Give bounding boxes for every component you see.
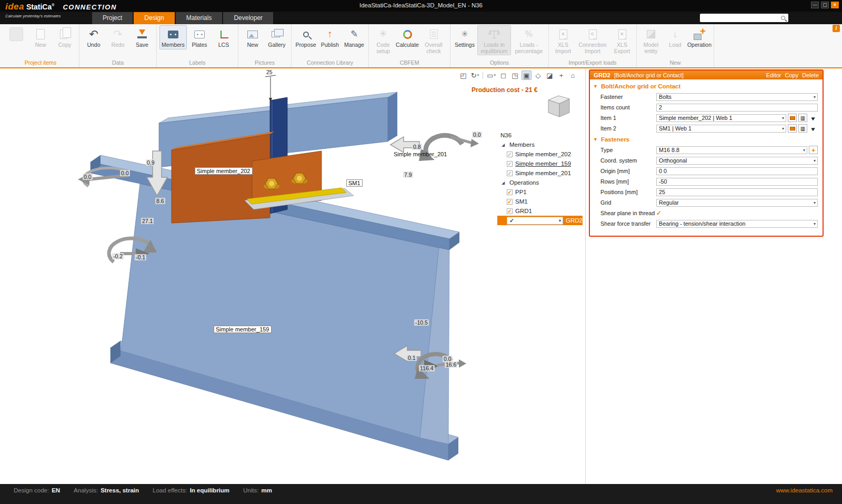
model-entity-button[interactable]: Model entity bbox=[639, 25, 663, 55]
copy-project-item-button[interactable]: Copy bbox=[53, 25, 76, 49]
item2-select[interactable]: SM1 | Web 1 bbox=[656, 125, 786, 133]
new-picture-button[interactable]: New bbox=[241, 25, 264, 49]
member-checkbox[interactable]: ✓ bbox=[507, 170, 513, 176]
shear-force-select[interactable]: Bearing - tension/shear interaction bbox=[656, 220, 818, 228]
lcs-labels-button[interactable]: LCS bbox=[212, 25, 235, 49]
minimize-button[interactable]: — bbox=[811, 2, 819, 8]
tree-item-member-202[interactable]: Simple member_202 bbox=[515, 151, 571, 157]
calculate-button[interactable]: Calculate bbox=[396, 25, 419, 49]
section-bolt-anchor[interactable]: ▼Bolt/Anchor grid or Contact bbox=[590, 80, 820, 92]
view-front-icon[interactable]: ◻ bbox=[498, 70, 508, 80]
add-bolt-assembly-button[interactable]: + bbox=[809, 146, 818, 154]
part-picker-button[interactable]: ▥ bbox=[798, 114, 807, 122]
new-project-item-button[interactable]: New bbox=[29, 25, 52, 49]
collapse-icon[interactable]: ◢ bbox=[502, 143, 507, 147]
viewport-3d[interactable]: ◰ ↻▾ ▭▾ ◻ ◳ ▣ ◇ ◪ + ⌂ Production cost - … bbox=[0, 68, 586, 484]
settings-button[interactable]: ✳Settings bbox=[453, 25, 476, 49]
plate-picker-button[interactable] bbox=[788, 124, 797, 133]
tab-developer[interactable]: Developer bbox=[223, 12, 273, 24]
operation-checkbox[interactable]: ✓ bbox=[507, 199, 513, 205]
code-setup-button[interactable]: ✳Code setup bbox=[372, 25, 395, 55]
view-solid-icon[interactable]: ▣ bbox=[522, 70, 532, 80]
xls-export-button[interactable]: X→XLS Export bbox=[610, 25, 634, 55]
close-button[interactable]: × bbox=[831, 2, 839, 8]
publish-button[interactable]: ↑Publish bbox=[318, 25, 342, 49]
item1-select[interactable]: Simple member_202 | Web 1 bbox=[656, 114, 786, 122]
info-button[interactable]: i bbox=[833, 25, 840, 32]
section-fasteners[interactable]: ▼Fasteners bbox=[590, 134, 820, 145]
tree-item-pp1[interactable]: PP1 bbox=[515, 189, 527, 195]
scene-pick-cursor-icon[interactable]: ► bbox=[807, 112, 819, 124]
scene-pick-cursor-icon[interactable]: ► bbox=[807, 123, 819, 134]
view-corner-icon[interactable]: ◳ bbox=[510, 70, 520, 80]
positions-input[interactable]: 25 bbox=[656, 188, 818, 196]
tree-item-grd2[interactable]: GRD2 bbox=[566, 217, 583, 224]
tab-materials[interactable]: Materials bbox=[176, 12, 223, 24]
tree-item-grd1[interactable]: GRD1 bbox=[515, 208, 532, 214]
search-input[interactable] bbox=[700, 15, 781, 21]
xls-export-icon: X→ bbox=[615, 27, 629, 41]
home-view-icon[interactable]: ⌂ bbox=[568, 70, 578, 80]
connection-import-button[interactable]: C←Connection Import bbox=[576, 25, 609, 55]
project-item-button[interactable] bbox=[5, 25, 28, 42]
delete-operation-button[interactable]: Delete bbox=[802, 72, 819, 78]
part-picker-button[interactable]: ▥ bbox=[798, 124, 807, 133]
view-cube[interactable] bbox=[542, 92, 575, 121]
plates-labels-button[interactable]: Plates bbox=[188, 25, 211, 49]
items-count-input[interactable]: 2 bbox=[656, 104, 818, 112]
member-checkbox[interactable]: ✓ bbox=[507, 161, 513, 167]
tree-group-operations[interactable]: Operations bbox=[509, 179, 539, 186]
coord-system-select[interactable]: Orthogonal bbox=[656, 157, 818, 165]
rotate-view-icon[interactable]: ↻▾ bbox=[470, 70, 480, 80]
search-box[interactable] bbox=[700, 14, 788, 22]
member-label-sm1[interactable]: SM1 bbox=[346, 179, 363, 187]
rect-select-icon[interactable]: ▭▾ bbox=[486, 70, 497, 80]
save-button[interactable]: Save bbox=[131, 25, 154, 49]
overall-check-button[interactable]: Overall check bbox=[420, 25, 447, 55]
operation-checkbox[interactable]: ✓ bbox=[507, 208, 513, 214]
loads-in-equilibrium-button[interactable]: Loads in equilibrium bbox=[477, 25, 511, 55]
new-operation-button[interactable]: Operation bbox=[688, 25, 711, 49]
copy-operation-button[interactable]: Copy bbox=[785, 72, 799, 78]
propose-button[interactable]: Propose bbox=[294, 25, 317, 49]
tree-root-n36[interactable]: N36 bbox=[500, 132, 512, 138]
manage-button[interactable]: ✎Manage bbox=[343, 25, 366, 49]
tree-item-member-159[interactable]: Simple member_159 bbox=[515, 160, 571, 167]
axes-icon[interactable]: + bbox=[556, 70, 566, 80]
zoom-fit-icon[interactable]: ◰ bbox=[458, 70, 468, 80]
member-label-202[interactable]: Simple member_202 bbox=[195, 167, 253, 175]
viewport-toolbar: ◰ ↻▾ ▭▾ ◻ ◳ ▣ ◇ ◪ + ⌂ bbox=[458, 70, 578, 80]
members-labels-button[interactable]: Members bbox=[159, 25, 187, 49]
maximize-button[interactable]: ▢ bbox=[821, 2, 829, 8]
grid-select[interactable]: Regular bbox=[656, 199, 818, 207]
rows-input[interactable]: -50 bbox=[656, 178, 818, 186]
group-name-data: Data bbox=[82, 59, 154, 67]
operation-checkbox[interactable]: ✓ bbox=[507, 217, 563, 225]
operation-checkbox[interactable]: ✓ bbox=[507, 189, 513, 195]
website-link[interactable]: www.ideastatica.com bbox=[776, 487, 833, 493]
member-checkbox[interactable]: ✓ bbox=[507, 152, 513, 157]
editor-button[interactable]: Editor bbox=[766, 72, 781, 78]
collapse-icon[interactable]: ◢ bbox=[502, 180, 507, 185]
row-shear-force: Shear force transfer Bearing - tension/s… bbox=[590, 218, 820, 229]
loads-percentage-button[interactable]: %Loads - percentage bbox=[512, 25, 546, 55]
gallery-button[interactable]: Gallery bbox=[265, 25, 288, 49]
tree-item-sm1[interactable]: SM1 bbox=[515, 198, 528, 205]
group-options: ✳Settings Loads in equilibrium %Loads - … bbox=[450, 24, 549, 67]
bolt-type-select[interactable]: M16 8.8 bbox=[656, 146, 807, 154]
app-logo: ideaStatiCa® CONNECTION Calculate yester… bbox=[5, 2, 163, 18]
member-label-201[interactable]: Simple member_201 bbox=[394, 151, 447, 157]
tree-group-members[interactable]: Members bbox=[509, 142, 535, 148]
member-label-159[interactable]: Simple member_159 bbox=[214, 326, 272, 333]
undo-button[interactable]: ↶Undo bbox=[82, 25, 105, 49]
fastener-select[interactable]: Bolts bbox=[656, 93, 818, 101]
xls-import-button[interactable]: X←XLS Import bbox=[552, 25, 575, 55]
shear-plane-checkbox[interactable]: ✓ bbox=[656, 209, 661, 217]
new-load-button[interactable]: ↓Load bbox=[664, 25, 687, 49]
origin-input[interactable]: 0 0 bbox=[656, 167, 818, 175]
tree-item-member-201[interactable]: Simple member_201 bbox=[515, 170, 571, 176]
redo-button[interactable]: ↷Redo bbox=[106, 25, 129, 49]
section-plane-icon[interactable]: ◪ bbox=[545, 70, 555, 80]
view-wire-icon[interactable]: ◇ bbox=[533, 70, 543, 80]
plate-picker-button[interactable] bbox=[788, 114, 797, 122]
